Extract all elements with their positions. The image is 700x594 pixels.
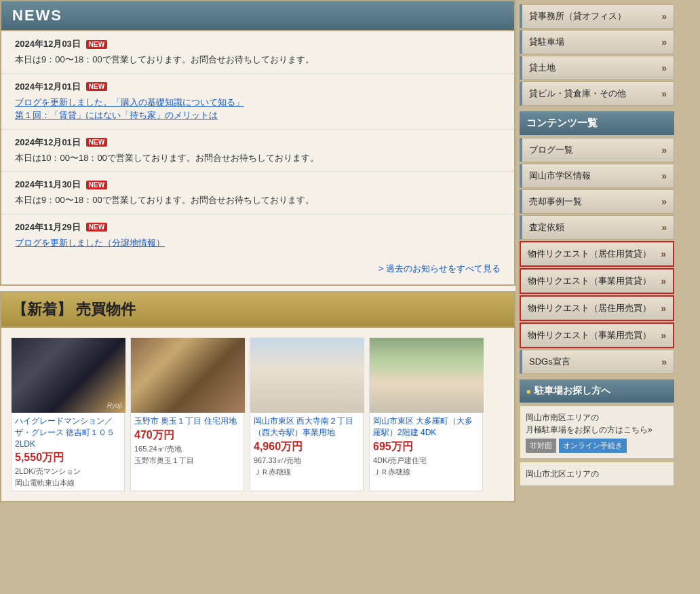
property-price-4: 695万円 — [370, 440, 482, 456]
news-item-2: 2024年12月01日 NEW ブログを更新しました。「購入の基礎知識について知… — [1, 74, 514, 130]
chevron-assessment-icon: » — [661, 222, 667, 233]
sidebar-item-land-rent-label: 貸土地 — [529, 62, 556, 74]
sidebar-item-sdgs-label: SDGs宣言 — [529, 356, 570, 368]
sidebar-item-parking-rent[interactable]: 貸駐車場 » — [520, 30, 674, 54]
sidebar-item-school-label: 岡山市学区情報 — [529, 170, 591, 182]
see-all-link[interactable]: 過去のお知らせをすべて見る — [378, 263, 501, 274]
chevron-blog-icon: » — [661, 145, 667, 155]
property-card-3[interactable]: 岡山市東区 西大寺南２丁目（西大寺駅）事業用地 4,960万円 967.33㎡/… — [250, 337, 364, 491]
news-link-2b[interactable]: 第１回：「賃貸」にはない「持ち家」のメリットは — [15, 109, 501, 122]
sidebar-item-sdgs[interactable]: SDGs宣言 » — [520, 350, 674, 374]
sidebar-item-sold-label: 売却事例一覧 — [529, 196, 582, 208]
sidebar-item-parking-rent-label: 貸駐車場 — [529, 36, 564, 48]
property-type-2: 165.24㎡/売地 — [131, 444, 244, 456]
shinchaku-section: 【新着】 売買物件 ハイグレードマンション／ザ・グレース 徳吉町１０５ 2LDK… — [0, 291, 516, 502]
property-name-2: 玉野市 奥玉１丁目 住宅用地 — [131, 413, 244, 428]
parking-card-south-buttons: 非対面 オンライン手続き — [526, 439, 668, 453]
property-image-3 — [250, 338, 364, 413]
sidebar-item-blog-label: ブログ一覧 — [529, 144, 573, 156]
sidebar-item-request-residential-rent[interactable]: 物件リクエスト（居住用賃貸） » — [520, 241, 674, 267]
news-item-5: 2024年11月29日 NEW ブログを更新しました（分譲地情報） — [1, 215, 514, 257]
property-grid: ハイグレードマンション／ザ・グレース 徳吉町１０５ 2LDK 5,550万円 2… — [1, 328, 514, 501]
online-procedure-button[interactable]: オンライン手続き — [559, 439, 627, 453]
property-type-3: 967.33㎡/売地 — [250, 456, 363, 467]
news-date-row-2: 2024年12月01日 NEW — [15, 81, 501, 93]
parking-card-north-text: 岡山市北区エリアの — [526, 468, 668, 480]
property-name-4: 岡山市東区 大多羅町（大多羅駅）2階建 4DK — [370, 413, 482, 440]
news-item-3: 2024年12月01日 NEW 本日は10：00〜18：00で営業しております。… — [1, 130, 514, 172]
news-date-2: 2024年12月01日 — [15, 81, 81, 93]
property-price-1: 5,550万円 — [12, 451, 124, 466]
property-name-3: 岡山市東区 西大寺南２丁目（西大寺駅）事業用地 — [250, 413, 363, 440]
property-card-1[interactable]: ハイグレードマンション／ザ・グレース 徳吉町１０５ 2LDK 5,550万円 2… — [11, 337, 125, 491]
property-station-2: 玉野市奥玉１丁目 — [131, 456, 244, 468]
sidebar-item-office-label: 貸事務所（貸オフィス） — [529, 10, 626, 22]
property-image-2 — [131, 338, 245, 413]
news-date-4: 2024年11月30日 — [15, 179, 81, 191]
non-face-to-face-button[interactable]: 非対面 — [526, 439, 556, 453]
contents-header: コンテンツ一覧 — [520, 111, 674, 135]
chevron-school-icon: » — [661, 170, 667, 181]
property-card-4[interactable]: 岡山市東区 大多羅町（大多羅駅）2階建 4DK 695万円 4DK/売戸建住宅 … — [369, 337, 483, 491]
sidebar-item-land-rent[interactable]: 貸土地 » — [520, 56, 674, 80]
sidebar-item-school[interactable]: 岡山市学区情報 » — [520, 164, 674, 188]
shinchaku-header: 【新着】 売買物件 — [1, 293, 514, 328]
news-date-row-1: 2024年12月03日 NEW — [15, 38, 501, 50]
new-badge-5: NEW — [86, 223, 107, 231]
news-items-list: 2024年12月03日 NEW 本日は9：00〜18：00で営業しております。お… — [1, 31, 514, 256]
chevron-req-biz-rent-icon: » — [661, 276, 666, 286]
news-section: NEWS 2024年12月03日 NEW 本日は9：00〜18：00で営業してお… — [0, 0, 516, 286]
sidebar-item-req-biz-sale-label: 物件リクエスト（事業用売買） — [528, 329, 651, 341]
see-all-row: 過去のお知らせをすべて見る — [1, 256, 514, 284]
chevron-right-icon: » — [661, 11, 667, 22]
property-name-1: ハイグレードマンション／ザ・グレース 徳吉町１０５ 2LDK — [12, 413, 124, 451]
new-badge-3: NEW — [86, 138, 107, 147]
news-date-1: 2024年12月03日 — [15, 38, 81, 50]
chevron-sold-icon: » — [661, 196, 667, 207]
new-badge-1: NEW — [86, 40, 107, 49]
chevron-right-icon-4: » — [661, 88, 667, 99]
sidebar-item-sold[interactable]: 売却事例一覧 » — [520, 189, 674, 214]
sidebar-item-office[interactable]: 貸事務所（貸オフィス） » — [520, 4, 674, 29]
sidebar-item-req-res-rent-label: 物件リクエスト（居住用賃貸） — [528, 248, 651, 260]
parking-header: 駐車場お探し方へ — [520, 379, 674, 403]
property-price-2: 470万円 — [131, 428, 244, 444]
sidebar-item-req-biz-rent-label: 物件リクエスト（事業用賃貸） — [528, 275, 651, 287]
property-price-3: 4,960万円 — [250, 440, 363, 456]
news-header: NEWS — [1, 1, 514, 31]
sidebar-item-request-business-rent[interactable]: 物件リクエスト（事業用賃貸） » — [520, 268, 674, 294]
sidebar-item-assessment[interactable]: 査定依頼 » — [520, 215, 674, 240]
news-date-row-5: 2024年11月29日 NEW — [15, 221, 501, 234]
sidebar: 貸事務所（貸オフィス） » 貸駐車場 » 貸土地 » 貸ビル・貸倉庫・その他 »… — [516, 0, 678, 502]
sidebar-item-blog[interactable]: ブログ一覧 » — [520, 138, 674, 162]
sidebar-item-assessment-label: 査定依頼 — [529, 221, 564, 234]
property-station-3: ＪＲ赤穂線 — [250, 467, 363, 480]
sidebar-item-building-rent[interactable]: 貸ビル・貸倉庫・その他 » — [520, 81, 674, 106]
news-date-row-3: 2024年12月01日 NEW — [15, 136, 501, 149]
sidebar-contents: コンテンツ一覧 ブログ一覧 » 岡山市学区情報 » 売却事例一覧 » 査定依頼 … — [520, 111, 674, 374]
news-date-5: 2024年11月29日 — [15, 221, 81, 234]
sidebar-item-request-business-sale[interactable]: 物件リクエスト（事業用売買） » — [520, 322, 674, 348]
property-type-1: 2LDK/売マンション — [12, 466, 124, 478]
property-card-2[interactable]: 玉野市 奥玉１丁目 住宅用地 470万円 165.24㎡/売地 玉野市奥玉１丁目 — [130, 337, 244, 491]
chevron-req-res-sale-icon: » — [661, 303, 666, 314]
sidebar-item-request-residential-sale[interactable]: 物件リクエスト（居住用売買） » — [520, 295, 674, 321]
parking-card-south-text: 岡山市南区エリアの月極駐車場をお探しの方はこちら» — [526, 411, 668, 436]
property-station-4: ＪＲ赤穂線 — [370, 467, 482, 480]
parking-card-north: 岡山市北区エリアの — [520, 462, 674, 486]
news-link-2a[interactable]: ブログを更新しました。「購入の基礎知識について知る」 — [15, 96, 501, 109]
news-item-1: 2024年12月03日 NEW 本日は9：00〜18：00で営業しております。お… — [1, 31, 514, 74]
chevron-sdgs-icon: » — [661, 356, 667, 367]
news-text-3: 本日は10：00〜18：00で営業しております。お問合せお待ちしております。 — [15, 151, 501, 165]
sidebar-item-req-res-sale-label: 物件リクエスト（居住用売買） — [528, 302, 651, 314]
chevron-right-icon-3: » — [661, 62, 667, 73]
chevron-req-biz-sale-icon: » — [661, 330, 666, 341]
chevron-req-res-rent-icon: » — [661, 248, 666, 259]
property-image-4 — [370, 338, 484, 413]
news-item-4: 2024年11月30日 NEW 本日は9：00〜18：00で営業しております。お… — [1, 172, 514, 215]
property-station-1: 岡山電軌東山本線 — [12, 478, 124, 491]
news-date-3: 2024年12月01日 — [15, 136, 81, 149]
news-date-row-4: 2024年11月30日 NEW — [15, 179, 501, 191]
chevron-right-icon-2: » — [661, 37, 667, 48]
news-link-5a[interactable]: ブログを更新しました（分譲地情報） — [15, 236, 501, 250]
